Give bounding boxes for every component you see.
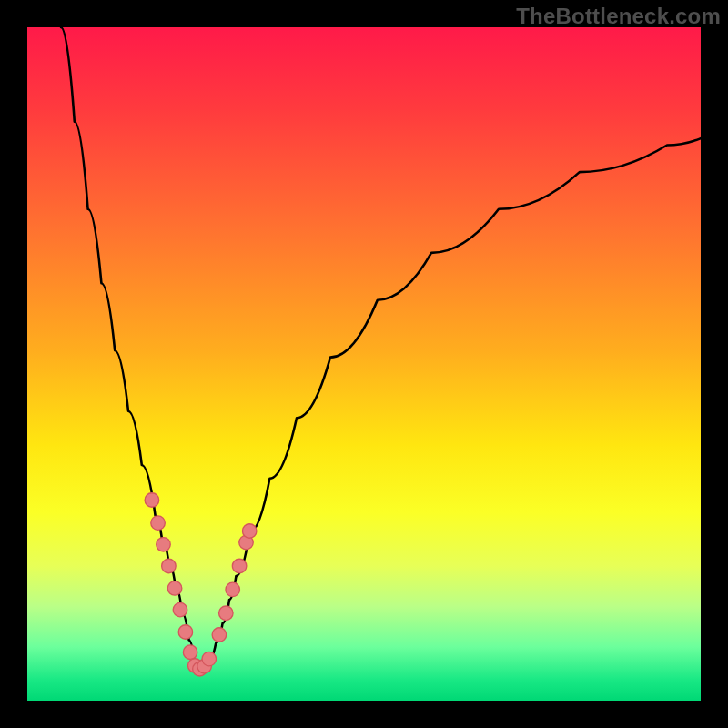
bottleneck-curve: [61, 27, 701, 671]
data-point-markers: [145, 493, 257, 676]
data-point: [167, 581, 182, 596]
watermark-text: TheBottleneck.com: [516, 4, 721, 29]
data-point: [212, 628, 227, 642]
data-point: [162, 559, 177, 573]
data-point: [242, 524, 257, 539]
data-point: [173, 602, 187, 617]
data-point: [202, 652, 217, 666]
plot-area: [27, 27, 701, 701]
data-point: [219, 606, 234, 621]
curve-layer: [27, 27, 701, 701]
data-point: [232, 559, 247, 573]
data-point: [151, 516, 166, 531]
data-point: [226, 582, 240, 597]
chart-frame: TheBottleneck.com: [0, 0, 728, 728]
data-point: [178, 625, 193, 640]
data-point: [145, 493, 159, 508]
data-point: [183, 645, 197, 660]
data-point: [157, 538, 171, 552]
